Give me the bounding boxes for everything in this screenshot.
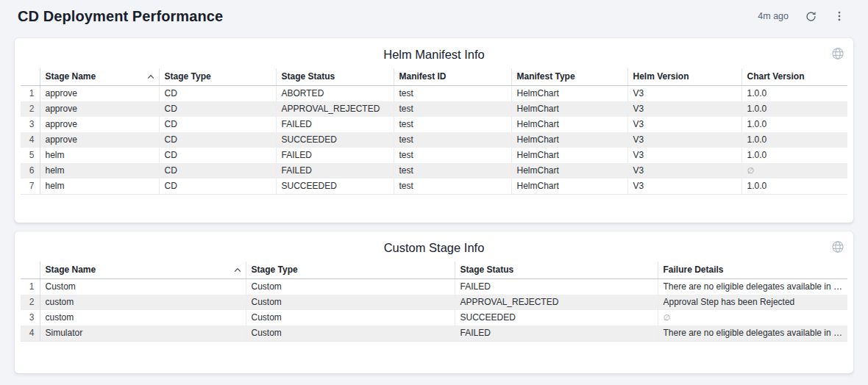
column-header-label: Helm Version (633, 72, 689, 82)
data-table: Stage NameStage TypeStage StatusFailure … (21, 262, 847, 342)
table-row: 3approveCDFAILEDtestHelmChartV31.0.0 (21, 117, 847, 132)
cell: test (394, 86, 511, 102)
cell: CD (159, 148, 276, 163)
cell: test (394, 163, 511, 179)
column-header-manifest-id[interactable]: Manifest ID (394, 68, 511, 86)
cell: V3 (627, 117, 741, 132)
cell: test (394, 117, 511, 132)
cell: test (394, 179, 511, 195)
cell: HelmChart (511, 86, 627, 102)
table-row: 1approveCDABORTEDtestHelmChartV31.0.0 (21, 86, 847, 102)
panel-helm-manifest-info: Helm Manifest Info Stage NameStage TypeS… (15, 38, 853, 223)
table-row: 3customCustomSUCCEEDED∅ (21, 310, 847, 325)
custom-stage-table: Stage NameStage TypeStage StatusFailure … (15, 255, 853, 342)
cell: ∅ (741, 163, 847, 179)
kebab-menu-button[interactable] (833, 10, 846, 23)
cell: V3 (627, 86, 741, 102)
cell: test (394, 101, 511, 117)
refresh-icon (805, 10, 817, 23)
cell: approve (40, 86, 159, 102)
row-index: 4 (21, 325, 40, 342)
cell: Custom (246, 279, 455, 295)
row-index-header (21, 262, 40, 279)
column-header-label: Chart Version (747, 72, 805, 82)
dashboard-header: CD Deployment Performance 4m ago (0, 0, 868, 32)
cell: Custom (246, 325, 455, 342)
cell: Custom (246, 310, 455, 325)
table-row: 2approveCDAPPROVAL_REJECTEDtestHelmChart… (21, 101, 847, 117)
kebab-menu-icon (833, 10, 845, 22)
cell: CD (159, 86, 276, 102)
table-row: 1CustomCustomFAILEDThere are no eligible… (21, 279, 847, 295)
cell: approve (40, 101, 159, 117)
cell: HelmChart (511, 101, 627, 117)
null-value: ∅ (664, 313, 671, 322)
cell: custom (40, 310, 246, 325)
cell: helm (40, 179, 159, 195)
column-header-label: Failure Details (664, 265, 724, 275)
cell: 1.0.0 (741, 86, 847, 102)
cell: V3 (627, 101, 741, 117)
cell: APPROVAL_REJECTED (455, 295, 658, 310)
column-header-stage-name[interactable]: Stage Name (40, 68, 159, 86)
table-row: 4SimulatorCustomFAILEDThere are no eligi… (21, 325, 847, 342)
column-header-chart-version[interactable]: Chart Version (741, 68, 847, 86)
row-index: 7 (21, 179, 40, 195)
cell: V3 (627, 179, 741, 195)
cell: HelmChart (511, 148, 627, 163)
cell: CD (159, 132, 276, 148)
globe-button[interactable] (831, 47, 844, 60)
column-header-stage-status[interactable]: Stage Status (455, 262, 658, 279)
column-header-helm-version[interactable]: Helm Version (627, 68, 741, 86)
column-header-manifest-type[interactable]: Manifest Type (511, 68, 627, 86)
cell: 1.0.0 (741, 179, 847, 195)
table-row: 5helmCDFAILEDtestHelmChartV31.0.0 (21, 148, 847, 163)
cell: approve (40, 117, 159, 132)
column-header-label: Stage Status (460, 265, 514, 275)
cell: HelmChart (511, 117, 627, 132)
cell: 1.0.0 (741, 148, 847, 163)
globe-icon (831, 47, 844, 60)
row-index-header (21, 68, 40, 86)
cell: ∅ (658, 310, 847, 325)
sort-ascending-icon (234, 267, 241, 273)
column-header-stage-name[interactable]: Stage Name (40, 262, 246, 279)
column-header-stage-status[interactable]: Stage Status (276, 68, 394, 86)
cell: SUCCEEDED (455, 310, 658, 325)
cell: 1.0.0 (741, 101, 847, 117)
cell: HelmChart (511, 132, 627, 148)
cell: SUCCEEDED (276, 179, 394, 195)
cell: V3 (627, 163, 741, 179)
cell: HelmChart (511, 179, 627, 195)
last-updated-label: 4m ago (758, 11, 789, 21)
cell: There are no eligible delegates availabl… (658, 325, 847, 342)
table-row: 4approveCDSUCCEEDEDtestHelmChartV31.0.0 (21, 132, 847, 148)
row-index: 2 (21, 101, 40, 117)
row-index: 1 (21, 279, 40, 295)
globe-button[interactable] (831, 240, 844, 253)
row-index: 1 (21, 86, 40, 102)
column-header-stage-type[interactable]: Stage Type (246, 262, 455, 279)
column-header-stage-type[interactable]: Stage Type (159, 68, 276, 86)
table-row: 2customCustomAPPROVAL_REJECTEDApproval S… (21, 295, 847, 310)
column-header-label: Manifest ID (399, 72, 447, 82)
cell: APPROVAL_REJECTED (276, 101, 394, 117)
row-index: 3 (21, 310, 40, 325)
cell: test (394, 148, 511, 163)
cell: CD (159, 163, 276, 179)
table-row: 6helmCDFAILEDtestHelmChartV3∅ (21, 163, 847, 179)
cell: helm (40, 163, 159, 179)
row-index: 3 (21, 117, 40, 132)
cell: FAILED (455, 279, 658, 295)
refresh-button[interactable] (804, 10, 817, 23)
cell: helm (40, 148, 159, 163)
cell: There are no eligible delegates availabl… (658, 279, 847, 295)
cell: FAILED (276, 163, 394, 179)
column-header-failure-details[interactable]: Failure Details (658, 262, 847, 279)
header-controls: 4m ago (758, 10, 846, 23)
cell: V3 (627, 148, 741, 163)
data-table: Stage NameStage TypeStage StatusManifest… (21, 68, 847, 195)
cell: approve (40, 132, 159, 148)
table-row: 7helmCDSUCCEEDEDtestHelmChartV31.0.0 (21, 179, 847, 195)
cell: Simulator (40, 325, 246, 342)
